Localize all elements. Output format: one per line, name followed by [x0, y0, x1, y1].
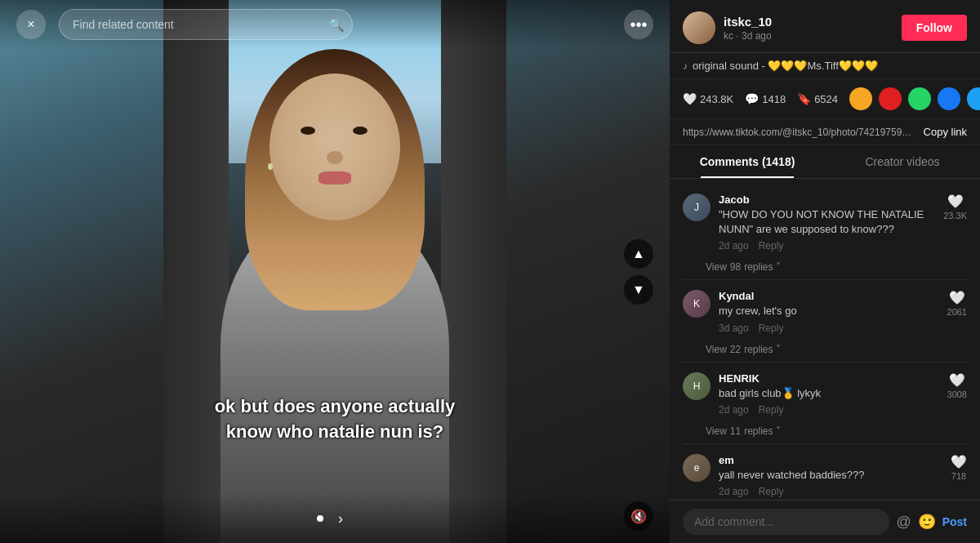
bottom-controls: › 🔇	[0, 494, 670, 543]
divider	[683, 443, 967, 444]
right-panel: itskc_10 kc · 3d ago Follow ♪ original s…	[670, 0, 980, 543]
comment-time: 3d ago	[719, 323, 749, 334]
comment-body: Kyndal my crew, let's go 3d ago Reply	[719, 290, 939, 333]
dot-1	[317, 515, 323, 522]
heart-stat-icon: 🤍	[683, 92, 697, 105]
more-options-button[interactable]: •••	[624, 10, 653, 39]
search-input[interactable]	[59, 9, 353, 40]
view-replies[interactable]: View 22 replies ˅	[670, 340, 980, 358]
comment-meta: 2d ago Reply	[719, 404, 939, 416]
comments-stat: 💬 1418	[745, 92, 786, 105]
likes-stat: 🤍 243.8K	[683, 92, 733, 105]
comment-stat-icon: 💬	[745, 92, 759, 105]
reply-link[interactable]: Reply	[759, 404, 784, 416]
comments-area: J Jacob "HOW DO YOU NOT KNOW THE NATALIE…	[670, 179, 980, 500]
copy-link-button[interactable]: Copy link	[924, 126, 967, 138]
nav-next-button[interactable]: ›	[328, 510, 353, 527]
nav-dots: ›	[317, 510, 353, 527]
share-icons-row: ›	[849, 87, 980, 110]
like-count: 23.3K	[943, 211, 967, 220]
comment-body: HENRIK bad girls club🥇 lykyk 2d ago Repl…	[719, 372, 939, 416]
sound-text: original sound - 💛💛💛Ms.Tiff💛💛💛	[693, 60, 878, 72]
comment-avatar: e	[683, 454, 710, 482]
reply-link[interactable]: Reply	[759, 486, 784, 497]
top-bar: × 🔍 •••	[0, 0, 670, 49]
follow-button[interactable]: Follow	[902, 15, 967, 41]
heart-icon[interactable]: 🤍	[949, 290, 965, 305]
comment-text: bad girls club🥇 lykyk	[719, 386, 939, 401]
likes-count: 243.8K	[700, 93, 733, 105]
comment-body: Jacob "HOW DO YOU NOT KNOW THE NATALIE N…	[719, 194, 935, 251]
comment-time: 2d ago	[719, 404, 749, 416]
profile-meta: kc · 3d ago	[724, 30, 893, 42]
heart-icon[interactable]: 🤍	[951, 454, 967, 470]
comment-item: H HENRIK bad girls club🥇 lykyk 2d ago Re…	[670, 366, 980, 422]
share-yellow-icon[interactable]	[849, 87, 872, 110]
comment-username: Jacob	[719, 194, 935, 206]
comment-input-bar: @ 🙂 Post	[670, 500, 980, 543]
share-facebook-icon[interactable]	[938, 87, 960, 110]
post-comment-button[interactable]: Post	[942, 515, 967, 528]
emoji-button[interactable]: 🙂	[918, 513, 936, 531]
divider	[683, 279, 967, 280]
tabs-row: Comments (1418) Creator videos	[670, 145, 980, 179]
view-replies[interactable]: View 11 replies ˅	[670, 422, 980, 440]
comment-like: 🤍 3008	[947, 372, 967, 399]
comment-item: e em yall never watched baddies??? 2d ag…	[670, 447, 980, 500]
close-button[interactable]: ×	[16, 10, 46, 39]
search-icon-button[interactable]: 🔍	[328, 17, 345, 33]
video-panel: × 🔍 ••• ok but does anyone actually know…	[0, 0, 670, 543]
heart-icon[interactable]: 🤍	[947, 194, 964, 209]
heart-icon[interactable]: 🤍	[949, 372, 965, 388]
side-navigation: ▲ ▼	[624, 239, 653, 305]
music-icon: ♪	[683, 60, 688, 72]
link-url-text: https://www.tiktok.com/@itskc_10/photo/7…	[683, 127, 917, 138]
share-whatsapp-icon[interactable]	[908, 87, 931, 110]
video-subtitle: ok but does anyone actually know who nat…	[192, 394, 478, 445]
comment-text: yall never watched baddies???	[719, 468, 942, 483]
mute-button[interactable]: 🔇	[624, 501, 653, 531]
nav-up-button[interactable]: ▲	[624, 239, 653, 269]
tab-creator-videos[interactable]: Creator videos	[825, 145, 980, 178]
comment-avatar: J	[683, 194, 710, 221]
comment-avatar: H	[683, 372, 710, 400]
sound-info: ♪ original sound - 💛💛💛Ms.Tiff💛💛💛	[670, 53, 980, 79]
comment-like: 🤍 2061	[947, 290, 967, 317]
at-mention-button[interactable]: @	[896, 514, 911, 531]
avatar	[683, 11, 715, 44]
reply-link[interactable]: Reply	[759, 240, 784, 251]
reply-link[interactable]: Reply	[759, 323, 784, 334]
comment-item: K Kyndal my crew, let's go 3d ago Reply …	[670, 283, 980, 340]
profile-header: itskc_10 kc · 3d ago Follow	[670, 0, 980, 53]
comment-text: "HOW DO YOU NOT KNOW THE NATALIE NUNN" a…	[719, 207, 935, 237]
nav-down-button[interactable]: ▼	[624, 275, 653, 305]
tab-comments[interactable]: Comments (1418)	[670, 145, 825, 178]
comment-input-field[interactable]	[683, 509, 889, 535]
comment-item: J Jacob "HOW DO YOU NOT KNOW THE NATALIE…	[670, 187, 980, 258]
comment-like: 🤍 718	[951, 454, 967, 481]
username-text: itskc_10	[724, 15, 893, 29]
share-twitter-icon[interactable]	[967, 87, 980, 110]
comment-body: em yall never watched baddies??? 2d ago …	[719, 454, 942, 497]
like-count: 3008	[947, 389, 967, 399]
bookmarks-stat: 🔖 6524	[797, 92, 838, 105]
comment-meta: 3d ago Reply	[719, 323, 939, 334]
comments-count: 1418	[762, 93, 786, 105]
stats-row: 🤍 243.8K 💬 1418 🔖 6524 ›	[670, 79, 980, 119]
bookmark-stat-icon: 🔖	[797, 92, 811, 105]
share-red-icon[interactable]	[879, 87, 902, 110]
comment-time: 2d ago	[719, 486, 749, 497]
search-bar-container: 🔍	[59, 9, 353, 40]
comment-meta: 2d ago Reply	[719, 240, 935, 251]
profile-info: itskc_10 kc · 3d ago	[724, 15, 893, 42]
comment-text: my crew, let's go	[719, 304, 939, 318]
comment-username: em	[719, 454, 942, 466]
comment-username: Kyndal	[719, 290, 939, 302]
like-count: 718	[951, 471, 966, 481]
comment-time: 2d ago	[719, 240, 749, 251]
comment-username: HENRIK	[719, 372, 939, 385]
link-bar: https://www.tiktok.com/@itskc_10/photo/7…	[670, 119, 980, 145]
divider	[683, 362, 967, 363]
comment-avatar: K	[683, 290, 710, 318]
view-replies[interactable]: View 98 replies ˅	[670, 258, 980, 276]
